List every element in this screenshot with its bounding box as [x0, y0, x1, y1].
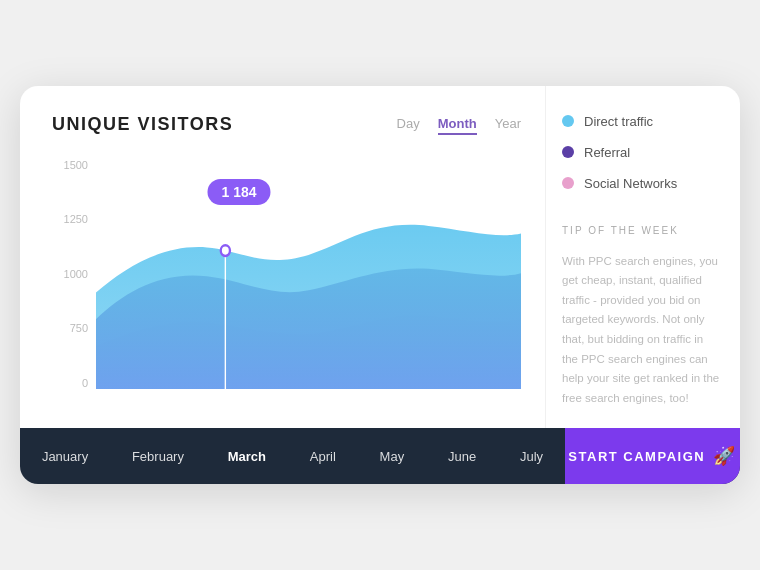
month-may[interactable]: May [380, 449, 405, 464]
tooltip-marker [221, 245, 230, 256]
y-axis: 1500 1250 1000 750 0 [52, 153, 88, 413]
chart-svg-container [96, 153, 521, 389]
legend-direct-traffic: Direct traffic [562, 114, 720, 129]
direct-traffic-area [96, 225, 521, 389]
rocket-icon: 🚀 [713, 445, 737, 467]
tip-title: TIP OF THE WEEK [562, 225, 720, 236]
y-label-750: 750 [52, 322, 88, 334]
chart-svg [96, 153, 521, 389]
time-tabs: Day Month Year [397, 114, 521, 135]
sidebar: Direct traffic Referral Social Networks … [545, 86, 740, 428]
y-label-1500: 1500 [52, 159, 88, 171]
card-footer: January February March April May June Ju… [20, 428, 740, 484]
legend-dot-direct [562, 115, 574, 127]
y-label-1000: 1000 [52, 268, 88, 280]
y-label-1250: 1250 [52, 213, 88, 225]
tip-text: With PPC search engines, you get cheap, … [562, 252, 720, 408]
legend-label-social: Social Networks [584, 176, 677, 191]
month-february[interactable]: February [132, 449, 184, 464]
legend-dot-social [562, 177, 574, 189]
legend-referral: Referral [562, 145, 720, 160]
tab-year[interactable]: Year [495, 114, 521, 135]
legend-social: Social Networks [562, 176, 720, 191]
month-march[interactable]: March [228, 449, 266, 464]
tab-month[interactable]: Month [438, 114, 477, 135]
month-june[interactable]: June [448, 449, 476, 464]
chart-area: 1500 1250 1000 750 0 [52, 153, 521, 413]
chart-section: UNIQUE VISITORS Day Month Year 1500 1250… [20, 86, 545, 428]
month-january[interactable]: January [42, 449, 88, 464]
chart-header: UNIQUE VISITORS Day Month Year [52, 114, 521, 135]
tab-day[interactable]: Day [397, 114, 420, 135]
months-bar: January February March April May June Ju… [20, 428, 565, 484]
start-campaign-label: START CAMPAIGN [568, 449, 705, 464]
legend-label-referral: Referral [584, 145, 630, 160]
analytics-card: UNIQUE VISITORS Day Month Year 1500 1250… [20, 86, 740, 484]
month-july[interactable]: July [520, 449, 543, 464]
month-april[interactable]: April [310, 449, 336, 464]
legend-dot-referral [562, 146, 574, 158]
tooltip-bubble: 1 184 [208, 179, 271, 205]
legend-label-direct: Direct traffic [584, 114, 653, 129]
start-campaign-button[interactable]: START CAMPAIGN 🚀 [565, 428, 740, 484]
tooltip-value: 1 184 [222, 184, 257, 200]
y-label-0: 0 [52, 377, 88, 389]
card-body: UNIQUE VISITORS Day Month Year 1500 1250… [20, 86, 740, 428]
chart-title: UNIQUE VISITORS [52, 114, 233, 135]
